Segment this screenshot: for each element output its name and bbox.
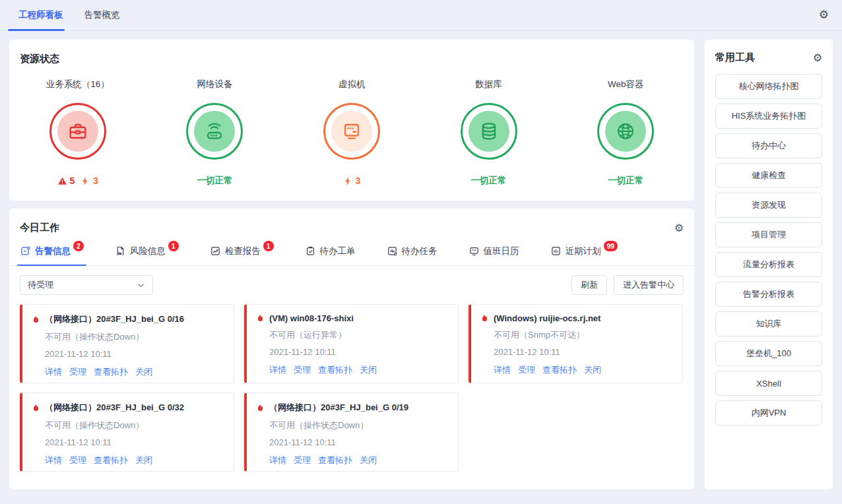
alert-desc: 不可用（操作状态Down） bbox=[45, 331, 224, 343]
close-link[interactable]: 关闭 bbox=[135, 366, 152, 378]
alert-title: （网络接口）20#3F_HJ_bei_G 0/19 bbox=[269, 402, 408, 414]
work-tabs: 告警信息 2 风险信息 1 检查报告 1 待办 bbox=[9, 245, 694, 266]
view-topology-link[interactable]: 查看拓扑 bbox=[542, 364, 577, 376]
resource-item-database[interactable]: 数据库 一切正常 bbox=[420, 79, 558, 187]
tab-badge: 2 bbox=[73, 241, 84, 251]
close-link[interactable]: 关闭 bbox=[135, 455, 152, 466]
tool-his-business-topology[interactable]: HIS系统业务拓扑图 bbox=[715, 104, 822, 129]
tab-duty-calendar[interactable]: 值班日历 bbox=[469, 245, 519, 265]
resource-row: 业务系统（16） 5 bbox=[9, 79, 694, 187]
tool-core-network-topology[interactable]: 核心网络拓扑图 bbox=[715, 74, 822, 99]
resource-label: 网络设备 bbox=[197, 79, 232, 90]
close-link[interactable]: 关闭 bbox=[584, 364, 601, 376]
alert-card: （网络接口）20#3F_HJ_bei_G 0/32 不可用（操作状态Down） … bbox=[20, 393, 234, 472]
resource-item-virtual-machine[interactable]: 虚拟机 3 bbox=[283, 79, 420, 187]
tool-resource-discovery[interactable]: 资源发现 bbox=[715, 193, 822, 218]
lightning-icon bbox=[81, 176, 90, 186]
alert-time: 2021-11-12 10:11 bbox=[269, 347, 449, 357]
router-icon bbox=[194, 111, 235, 152]
common-tools-title: 常用工具 bbox=[715, 51, 755, 64]
today-work-title: 今日工作 bbox=[20, 222, 59, 234]
status-ring bbox=[461, 103, 517, 160]
fire-icon bbox=[256, 314, 265, 323]
resource-item-web-container[interactable]: Web容器 一切正常 bbox=[557, 79, 694, 187]
status-ring bbox=[597, 103, 654, 160]
view-topology-link[interactable]: 查看拓扑 bbox=[94, 455, 128, 466]
tab-alert-info[interactable]: 告警信息 2 bbox=[20, 245, 84, 265]
tool-intranet-vpn[interactable]: 内网VPN bbox=[715, 400, 822, 425]
alert-center-button[interactable]: 进入告警中心 bbox=[614, 275, 684, 295]
lightning-icon bbox=[343, 176, 353, 186]
globe-icon bbox=[605, 111, 646, 152]
alert-filter-select[interactable]: 待受理 bbox=[20, 275, 153, 295]
tab-check-report[interactable]: 检查报告 1 bbox=[210, 245, 274, 265]
common-tools-panel: 常用工具 ⚙ 核心网络拓扑图 HIS系统业务拓扑图 待办中心 健康检查 资源发现… bbox=[705, 40, 833, 489]
close-link[interactable]: 关闭 bbox=[360, 455, 377, 466]
alert-desc: 不可用（Snmp不可达） bbox=[494, 329, 673, 341]
status-ring bbox=[186, 103, 243, 160]
settings-gear-icon[interactable]: ⚙ bbox=[819, 9, 829, 20]
tab-badge: 1 bbox=[168, 241, 179, 251]
tool-traffic-analysis-report[interactable]: 流量分析报表 bbox=[715, 252, 822, 277]
detail-link[interactable]: 详情 bbox=[45, 455, 62, 466]
alarm-count: 5 bbox=[57, 175, 75, 186]
warn-count: 3 bbox=[81, 175, 98, 186]
alert-card: （网络接口）20#3F_HJ_bei_G 0/19 不可用（操作状态Down） … bbox=[244, 393, 459, 472]
resource-item-business-system[interactable]: 业务系统（16） 5 bbox=[9, 79, 146, 187]
view-topology-link[interactable]: 查看拓扑 bbox=[318, 455, 352, 466]
tool-xshell[interactable]: XShell bbox=[715, 371, 822, 396]
tab-recent-plan[interactable]: 近期计划 99 bbox=[550, 245, 618, 265]
resource-status-title: 资源状态 bbox=[9, 40, 694, 65]
tab-badge: 99 bbox=[604, 241, 618, 251]
view-topology-link[interactable]: 查看拓扑 bbox=[94, 366, 128, 378]
tool-bastion-host[interactable]: 堡垒机_100 bbox=[715, 341, 822, 366]
status-ring bbox=[49, 103, 106, 160]
refresh-button[interactable]: 刷新 bbox=[571, 275, 607, 295]
accept-link[interactable]: 受理 bbox=[69, 366, 86, 378]
alert-desc: 不可用（操作状态Down） bbox=[269, 420, 449, 431]
warn-count: 3 bbox=[343, 175, 361, 186]
accept-link[interactable]: 受理 bbox=[518, 364, 535, 376]
tool-todo-center[interactable]: 待办中心 bbox=[715, 133, 822, 158]
tab-alert-overview[interactable]: 告警概览 bbox=[84, 0, 120, 30]
tool-alert-analysis-report[interactable]: 告警分析报表 bbox=[715, 282, 822, 307]
accept-link[interactable]: 受理 bbox=[69, 455, 86, 466]
view-topology-link[interactable]: 查看拓扑 bbox=[318, 364, 352, 376]
detail-link[interactable]: 详情 bbox=[45, 366, 62, 378]
tab-todo-workorder[interactable]: 待办工单 bbox=[305, 245, 356, 265]
alert-card: (VM) win08-176-shixi 不可用（运行异常） 2021-11-1… bbox=[244, 304, 459, 383]
engineer-dashboard-page: 工程师看板 告警概览 ⚙ 资源状态 业务系统（16） bbox=[0, 0, 842, 504]
close-link[interactable]: 关闭 bbox=[360, 364, 377, 376]
workorder-icon bbox=[305, 245, 316, 257]
tools-gear-icon[interactable]: ⚙ bbox=[813, 53, 822, 63]
tool-project-management[interactable]: 项目管理 bbox=[715, 222, 822, 247]
task-pulse-icon bbox=[387, 245, 398, 257]
today-work-gear-icon[interactable]: ⚙ bbox=[674, 223, 684, 234]
accept-link[interactable]: 受理 bbox=[294, 364, 311, 376]
tab-engineer-dashboard[interactable]: 工程师看板 bbox=[18, 0, 63, 30]
alert-title: (VM) win08-176-shixi bbox=[269, 313, 354, 323]
tab-risk-info[interactable]: 风险信息 1 bbox=[115, 245, 179, 265]
detail-link[interactable]: 详情 bbox=[269, 364, 286, 376]
detail-link[interactable]: 详情 bbox=[269, 455, 286, 466]
resource-status-counts: 3 bbox=[343, 174, 361, 187]
briefcase-icon bbox=[57, 111, 98, 152]
alert-card: (Windows) ruijie-ocs.rj.net 不可用（Snmp不可达）… bbox=[469, 304, 683, 383]
alert-title: (Windows) ruijie-ocs.rj.net bbox=[494, 313, 600, 323]
fire-icon bbox=[32, 315, 40, 324]
tab-label: 告警概览 bbox=[84, 9, 120, 21]
alert-card-list: （网络接口）20#3F_HJ_bei_G 0/16 不可用（操作状态Down） … bbox=[20, 304, 684, 472]
detail-link[interactable]: 详情 bbox=[494, 364, 511, 376]
status-ring bbox=[323, 103, 380, 160]
tool-knowledge-base[interactable]: 知识库 bbox=[715, 311, 822, 336]
resource-status-text: 一切正常 bbox=[471, 174, 507, 187]
resource-item-network-device[interactable]: 网络设备 一切正常 bbox=[146, 79, 284, 187]
tool-health-check[interactable]: 健康检查 bbox=[715, 163, 822, 188]
tab-todo-task[interactable]: 待办任务 bbox=[387, 245, 437, 265]
fire-icon bbox=[32, 404, 40, 412]
resource-label: 数据库 bbox=[475, 79, 502, 90]
risk-file-icon bbox=[115, 245, 126, 257]
accept-link[interactable]: 受理 bbox=[294, 455, 311, 466]
tab-badge: 1 bbox=[263, 241, 274, 251]
resource-status-text: 一切正常 bbox=[608, 174, 643, 187]
